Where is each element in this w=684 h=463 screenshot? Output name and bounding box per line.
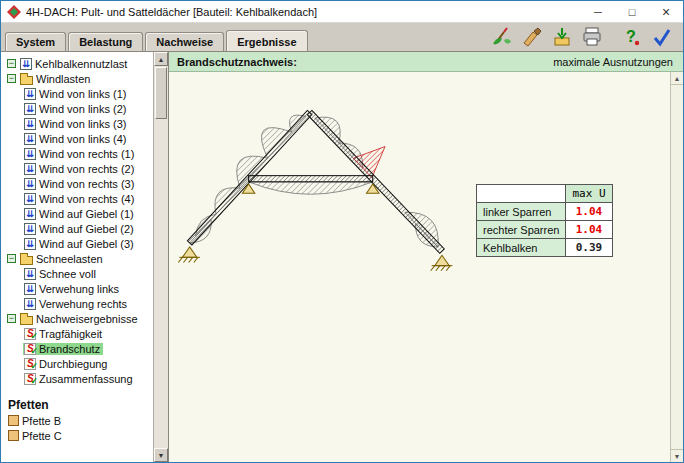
table-header-max-u: max U — [566, 185, 612, 203]
tree-item-label: Brandschutz — [39, 343, 100, 355]
canvas-scroll-down-icon[interactable]: ▼ — [671, 449, 683, 462]
collapse-minus-icon[interactable]: − — [7, 254, 16, 263]
tree-item-verwehung-links[interactable]: ⇊Verwehung links — [1, 281, 153, 296]
check-icon: S✓ — [24, 373, 36, 385]
tree-item-pfette-b[interactable]: Pfette B — [1, 413, 153, 428]
tree-item-wind-von-links-1[interactable]: ⇊Wind von links (1) — [1, 86, 153, 101]
row-value: 1.04 — [566, 221, 612, 239]
canvas-scrollbar[interactable]: ▲ ▼ — [670, 72, 683, 462]
minimize-button[interactable]: ─ — [581, 1, 615, 22]
close-button[interactable]: × — [649, 1, 683, 22]
collapse-minus-icon[interactable]: − — [7, 59, 16, 68]
tree-item-label: Wind auf Giebel (3) — [39, 238, 134, 250]
tree-item-schnee-voll[interactable]: ⇊Schnee voll — [1, 266, 153, 281]
scrollbar-thumb[interactable] — [155, 67, 167, 119]
table-row-kehlbalken: Kehlbalken0.39 — [477, 239, 613, 257]
tree-item-label: Schneelasten — [36, 253, 103, 265]
tab-nachweise[interactable]: Nachweise — [145, 32, 224, 51]
tree-item-brandschutz[interactable]: S✓Brandschutz — [1, 341, 153, 356]
table-header-row: max U — [477, 185, 613, 203]
row-label: Kehlbalken — [477, 239, 566, 257]
tree-item-durchbiegung[interactable]: S✓Durchbiegung — [1, 356, 153, 371]
main-header-title: Brandschutznachweis: — [177, 56, 297, 68]
main-header: Brandschutznachweis: maximale Ausnutzung… — [169, 52, 683, 72]
svg-text:?: ? — [626, 28, 636, 45]
tree-item-verwehung-rechts[interactable]: ⇊Verwehung rechts — [1, 296, 153, 311]
tree-item-label: Verwehung links — [39, 283, 119, 295]
collapse-minus-icon[interactable]: − — [7, 314, 16, 323]
printer-icon — [581, 27, 603, 47]
scroll-up-icon[interactable]: ▲ — [154, 52, 168, 66]
check-icon: S✓ — [24, 343, 36, 355]
tree-item-schneelasten[interactable]: −Schneelasten — [1, 251, 153, 266]
tree-item-wind-von-rechts-1[interactable]: ⇊Wind von rechts (1) — [1, 146, 153, 161]
tree-item-wind-von-links-2[interactable]: ⇊Wind von links (2) — [1, 101, 153, 116]
tree-item-label: Wind von rechts (2) — [39, 163, 134, 175]
tree-item-pfette-c[interactable]: Pfette C — [1, 428, 153, 443]
import-button[interactable] — [549, 25, 575, 49]
tree-item-wind-von-rechts-3[interactable]: ⇊Wind von rechts (3) — [1, 176, 153, 191]
tree-item-wind-von-rechts-4[interactable]: ⇊Wind von rechts (4) — [1, 191, 153, 206]
print-button[interactable] — [579, 25, 605, 49]
tree-item-wind-auf-giebel-1[interactable]: ⇊Wind auf Giebel (1) — [1, 206, 153, 221]
help-button[interactable]: ? — [619, 25, 645, 49]
collapse-minus-icon[interactable]: − — [7, 74, 16, 83]
tab-belastung[interactable]: Belastung — [68, 32, 143, 51]
apply-button[interactable] — [649, 25, 675, 49]
tree-item-label: Wind auf Giebel (1) — [39, 208, 134, 220]
canvas-scroll-up-icon[interactable]: ▲ — [671, 72, 683, 85]
truss-drawing — [171, 96, 471, 277]
tree-item-wind-von-links-3[interactable]: ⇊Wind von links (3) — [1, 116, 153, 131]
loadcase-icon: ⇊ — [24, 223, 36, 235]
tree-item-label: Windlasten — [36, 73, 90, 85]
tree-item-label: Pfette C — [22, 430, 62, 442]
row-value: 1.04 — [566, 203, 612, 221]
loadcase-icon: ⇊ — [24, 163, 36, 175]
tree-item-label: Wind auf Giebel (2) — [39, 223, 134, 235]
window-title: 4H-DACH: Pult- und Satteldächer [Bauteil… — [26, 6, 317, 18]
tree: −⇊Kehlbalkennutzlast−Windlasten⇊Wind von… — [1, 52, 153, 462]
results-table: max U linker Sparren1.04rechter Sparren1… — [476, 184, 613, 257]
tab-ergebnisse[interactable]: Ergebnisse — [226, 30, 307, 51]
tree-item-nachweisergebnisse[interactable]: −Nachweisergebnisse — [1, 311, 153, 326]
row-label: rechter Sparren — [477, 221, 566, 239]
tree-item-label: Nachweisergebnisse — [36, 313, 138, 325]
toolbar: ? — [489, 25, 683, 51]
tree-item-label: Wind von links (2) — [39, 103, 126, 115]
row-label: linker Sparren — [477, 203, 566, 221]
app-window: 4H-DACH: Pult- und Satteldächer [Bauteil… — [0, 0, 684, 463]
loadcase-icon: ⇊ — [24, 88, 36, 100]
import-box-icon — [551, 27, 573, 47]
loadcase-icon: ⇊ — [24, 103, 36, 115]
content-area: −⇊Kehlbalkennutzlast−Windlasten⇊Wind von… — [1, 51, 683, 462]
pfette-icon — [8, 430, 19, 441]
app-icon — [7, 5, 21, 19]
tree-item-label: Schnee voll — [39, 268, 96, 280]
tree-item-label: Wind von rechts (3) — [39, 178, 134, 190]
tree-item-kehlbalkennutzlast[interactable]: −⇊Kehlbalkennutzlast — [1, 56, 153, 71]
tree-item-wind-auf-giebel-3[interactable]: ⇊Wind auf Giebel (3) — [1, 236, 153, 251]
tree-item-wind-von-rechts-2[interactable]: ⇊Wind von rechts (2) — [1, 161, 153, 176]
tree-item-tragfähigkeit[interactable]: S✓Tragfähigkeit — [1, 326, 153, 341]
tree-item-zusammenfassung[interactable]: S✓Zusammenfassung — [1, 371, 153, 386]
tree-scrollbar[interactable]: ▲ ▼ — [153, 52, 168, 462]
loadcase-icon: ⇊ — [24, 148, 36, 160]
maximize-button[interactable]: □ — [615, 1, 649, 22]
loadcase-icon: ⇊ — [20, 58, 32, 70]
brush-icon — [521, 27, 543, 47]
tree-item-wind-von-links-4[interactable]: ⇊Wind von links (4) — [1, 131, 153, 146]
tree-item-windlasten[interactable]: −Windlasten — [1, 71, 153, 86]
titlebar: 4H-DACH: Pult- und Satteldächer [Bauteil… — [1, 1, 683, 23]
brush-button[interactable] — [519, 25, 545, 49]
loadcase-icon: ⇊ — [24, 298, 36, 310]
scroll-down-icon[interactable]: ▼ — [154, 448, 168, 462]
loadcase-icon: ⇊ — [24, 118, 36, 130]
garden-tools-button[interactable] — [489, 25, 515, 49]
tab-system[interactable]: System — [5, 32, 66, 51]
tree-item-wind-auf-giebel-2[interactable]: ⇊Wind auf Giebel (2) — [1, 221, 153, 236]
scrollbar-track[interactable] — [154, 66, 168, 448]
tree-panel: −⇊Kehlbalkennutzlast−Windlasten⇊Wind von… — [1, 52, 169, 462]
tree-item-label: Pfetten — [8, 398, 49, 412]
tree-item-label: Wind von links (3) — [39, 118, 126, 130]
loadcase-icon: ⇊ — [24, 268, 36, 280]
